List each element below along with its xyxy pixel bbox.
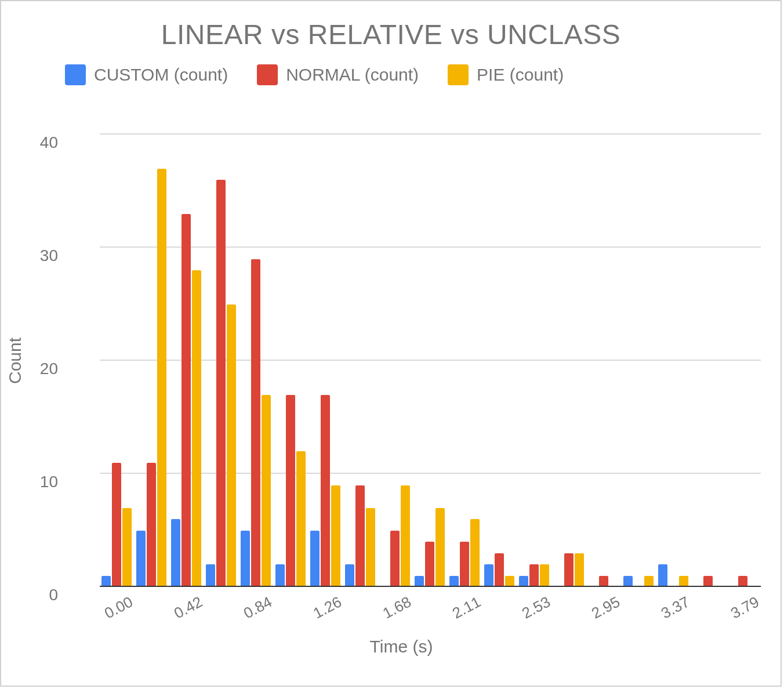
legend-swatch-custom	[65, 64, 86, 85]
x-tick: 0.00	[101, 593, 136, 622]
chart-frame: LINEAR vs RELATIVE vs UNCLASS CUSTOM (co…	[0, 0, 782, 687]
bar	[529, 564, 539, 587]
bar	[251, 259, 260, 588]
bar-group	[519, 564, 549, 587]
bar	[470, 519, 480, 587]
y-tick: 10	[23, 473, 58, 491]
y-tick: 40	[23, 133, 58, 152]
legend-item-normal: NORMAL (count)	[257, 64, 419, 85]
y-tick: 20	[23, 360, 58, 378]
bar	[171, 519, 180, 587]
x-tick: 0.84	[241, 593, 275, 622]
bar	[192, 270, 201, 587]
legend-label-normal: NORMAL (count)	[286, 65, 419, 85]
x-axis-label: Time (s)	[370, 637, 433, 657]
legend: CUSTOM (count) NORMAL (count) PIE (count…	[65, 64, 781, 85]
bar	[262, 395, 271, 588]
bar-group	[310, 395, 340, 588]
legend-swatch-normal	[257, 64, 278, 85]
bar-group	[101, 463, 132, 588]
y-tick: 0	[23, 586, 58, 604]
x-tick: 3.37	[658, 593, 692, 622]
bar	[296, 451, 306, 587]
bar-group	[449, 519, 480, 587]
y-tick: 30	[23, 246, 58, 265]
bar	[540, 564, 549, 587]
bar	[241, 531, 250, 588]
bar	[216, 180, 226, 587]
bar	[182, 214, 191, 588]
chart-title: LINEAR vs RELATIVE vs UNCLASS	[1, 19, 781, 50]
plot-area	[100, 135, 761, 587]
x-tick: 2.11	[449, 593, 484, 622]
bar-group	[415, 508, 445, 588]
legend-item-pie: PIE (count)	[448, 64, 564, 85]
bar-group	[241, 259, 271, 588]
bar	[435, 508, 445, 588]
bar	[484, 564, 493, 587]
bar-group	[275, 395, 306, 588]
bars	[100, 135, 761, 587]
legend-label-pie: PIE (count)	[477, 65, 564, 85]
legend-item-custom: CUSTOM (count)	[65, 64, 228, 85]
plot: Count Time (s) 010203040 0.000.420.841.2…	[36, 135, 767, 587]
bar	[331, 485, 340, 588]
x-tick: 3.79	[728, 593, 762, 622]
x-tick: 0.42	[171, 593, 205, 622]
bar	[390, 531, 400, 588]
bar-group	[484, 553, 514, 588]
bar-group	[345, 485, 375, 588]
x-tick: 1.26	[310, 593, 344, 622]
bar	[425, 542, 434, 587]
legend-swatch-pie	[448, 64, 469, 85]
bar	[275, 564, 285, 587]
bar-group	[136, 169, 166, 588]
bar	[157, 169, 166, 588]
bar	[286, 395, 295, 588]
bar	[401, 485, 410, 588]
bar	[495, 553, 504, 588]
legend-label-custom: CUSTOM (count)	[94, 65, 228, 85]
bar	[310, 531, 320, 588]
bar	[227, 304, 236, 588]
bar	[460, 542, 469, 587]
bar	[112, 463, 121, 588]
bar	[136, 531, 146, 588]
x-tick: 1.68	[380, 593, 414, 622]
bar-group	[554, 553, 584, 588]
bar-group	[380, 485, 410, 588]
bar	[147, 463, 156, 588]
bar-group	[206, 180, 236, 587]
bar	[366, 508, 375, 588]
bar-group	[171, 214, 201, 588]
bar-group	[658, 564, 688, 587]
baseline	[100, 586, 761, 587]
x-tick: 2.53	[519, 593, 553, 622]
bar	[564, 553, 574, 588]
bar	[321, 395, 330, 588]
bar	[122, 508, 132, 588]
bar	[355, 485, 365, 588]
y-axis-label: Count	[5, 338, 25, 384]
bar	[345, 564, 354, 587]
x-ticks: 0.000.420.841.261.682.112.532.953.373.79	[100, 593, 761, 628]
bar	[575, 553, 584, 588]
bar	[658, 564, 667, 587]
x-tick: 2.95	[589, 593, 623, 622]
bar	[206, 564, 215, 587]
